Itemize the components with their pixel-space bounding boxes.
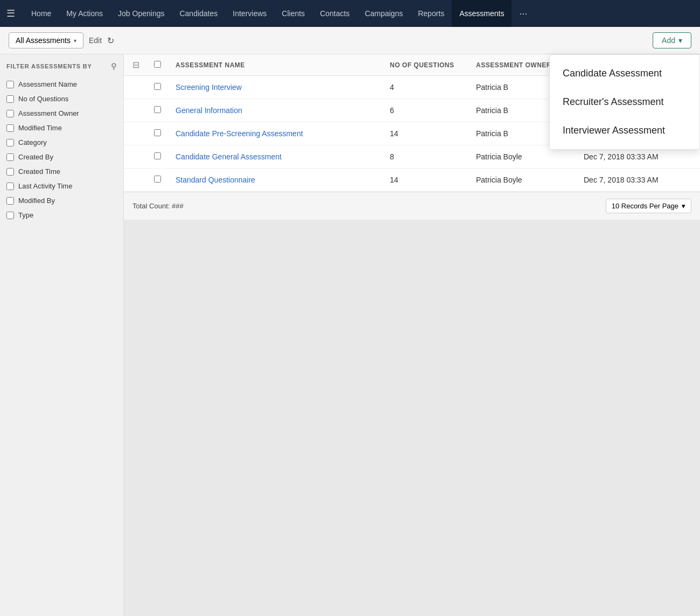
row-checkbox-1[interactable] [154,106,161,113]
assessment-name-link-4[interactable]: Standard Questionnaire [176,176,255,184]
modified-4: Dec 7, 2018 03:33 AM [584,176,691,184]
select-all-checkbox[interactable] [154,61,161,68]
nav-home[interactable]: Home [24,0,59,27]
filter-assessment-name-label: Assessment Name [18,80,77,88]
filter-type-checkbox[interactable] [6,212,14,219]
assessment-name-link-3[interactable]: Candidate General Assessment [176,152,282,161]
filter-created-by[interactable]: Created By [6,150,117,164]
nav-assessments[interactable]: Assessments [452,0,512,27]
row-checkbox-3[interactable] [154,152,161,159]
filter-assessment-name-checkbox[interactable] [6,81,14,88]
filter-last-activity-time-label: Last Activity Time [18,182,72,190]
row-checkbox-0[interactable] [154,83,161,90]
table-row: Standard Questionnaire 14 Patricia Boyle… [124,169,700,192]
nav-reports[interactable]: Reports [410,0,452,27]
filter-last-activity-time[interactable]: Last Activity Time [6,179,117,193]
table-footer: Total Count: ### 10 Records Per Page ▾ [124,192,700,220]
columns-toggle-icon[interactable]: ⊟ [132,60,154,70]
nav-my-actions[interactable]: My Actions [59,0,110,27]
filter-created-time-checkbox[interactable] [6,168,14,176]
add-candidate-assessment[interactable]: Candidate Assessment [550,59,699,88]
filter-modified-by[interactable]: Modified By [6,193,117,208]
filter-created-by-label: Created By [18,153,53,161]
filter-no-of-questions[interactable]: No of Questions [6,92,117,106]
add-interviewer-assessment[interactable]: Interviewer Assessment [550,116,699,145]
assessment-name-link-1[interactable]: General Information [176,106,242,115]
nav-more-icon[interactable]: ··· [512,8,535,19]
records-per-page-label: 10 Records Per Page [612,202,678,210]
filter-modified-by-checkbox[interactable] [6,197,14,205]
edit-button[interactable]: Edit [89,36,102,45]
questions-2: 14 [390,129,476,138]
view-selector-button[interactable]: All Assessments ▾ [9,32,83,48]
filter-assessment-owner-checkbox[interactable] [6,110,14,117]
nav-campaigns[interactable]: Campaigns [357,0,410,27]
nav-job-openings[interactable]: Job Openings [110,0,172,27]
nav-contacts[interactable]: Contacts [312,0,357,27]
records-per-page-arrow: ▾ [682,202,685,210]
filter-modified-time-label: Modified Time [18,124,62,132]
filter-header-label: FILTER ASSESSMENTS BY [6,63,92,69]
questions-1: 6 [390,106,476,115]
filter-header: FILTER ASSESSMENTS BY ⚲ [6,62,117,71]
add-dropdown-menu: Candidate Assessment Recruiter's Assessm… [549,54,700,150]
col-assessment-name: ASSESSMENT NAME [176,61,390,69]
filter-last-activity-time-checkbox[interactable] [6,183,14,190]
add-recruiter-assessment[interactable]: Recruiter's Assessment [550,88,699,116]
filter-no-of-questions-checkbox[interactable] [6,95,14,103]
assessment-name-link-2[interactable]: Candidate Pre-Screening Assessment [176,129,303,138]
row-checkbox-4[interactable] [154,176,161,183]
filter-category[interactable]: Category [6,135,117,150]
assessment-name-link-0[interactable]: Screening Interview [176,83,242,92]
filter-type[interactable]: Type [6,208,117,222]
hamburger-icon[interactable]: ☰ [6,8,15,19]
nav-clients[interactable]: Clients [274,0,312,27]
nav-candidates[interactable]: Candidates [172,0,225,27]
questions-3: 8 [390,152,476,161]
filter-category-checkbox[interactable] [6,139,14,146]
nav-bar: ☰ Home My Actions Job Openings Candidate… [0,0,700,27]
filter-modified-time-checkbox[interactable] [6,124,14,132]
toolbar: All Assessments ▾ Edit ↻ Add ▾ [0,27,700,54]
filter-type-label: Type [18,211,33,219]
filter-assessment-owner-label: Assessment Owner [18,109,79,117]
col-no-of-questions: NO OF QUESTIONS [390,61,476,69]
add-button-label: Add [662,36,675,45]
total-count-label: Total Count: ### [132,202,184,210]
questions-0: 4 [390,83,476,92]
filter-modified-time[interactable]: Modified Time [6,121,117,135]
content-area: ⊟ ASSESSMENT NAME NO OF QUESTIONS ASSESS… [124,54,700,616]
filter-no-of-questions-label: No of Questions [18,95,68,103]
owner-4: Patricia Boyle [476,176,584,184]
add-button-arrow: ▾ [678,36,682,45]
modified-3: Dec 7, 2018 03:33 AM [584,152,691,161]
filter-sidebar: FILTER ASSESSMENTS BY ⚲ Assessment Name … [0,54,124,616]
owner-3: Patricia Boyle [476,152,584,161]
refresh-button[interactable]: ↻ [107,36,114,46]
view-selector-arrow: ▾ [74,38,76,44]
filter-created-by-checkbox[interactable] [6,153,14,161]
view-selector-label: All Assessments [16,36,71,45]
filter-assessment-owner[interactable]: Assessment Owner [6,106,117,121]
questions-4: 14 [390,176,476,184]
row-checkbox-2[interactable] [154,129,161,136]
nav-interviews[interactable]: Interviews [225,0,274,27]
main-layout: FILTER ASSESSMENTS BY ⚲ Assessment Name … [0,54,700,616]
filter-created-time[interactable]: Created Time [6,164,117,179]
filter-assessment-name[interactable]: Assessment Name [6,77,117,92]
add-button[interactable]: Add ▾ [653,32,691,48]
filter-modified-by-label: Modified By [18,197,55,205]
filter-created-time-label: Created Time [18,167,60,176]
filter-category-label: Category [18,138,47,146]
filter-search-icon[interactable]: ⚲ [111,62,117,71]
records-per-page-button[interactable]: 10 Records Per Page ▾ [606,199,691,213]
